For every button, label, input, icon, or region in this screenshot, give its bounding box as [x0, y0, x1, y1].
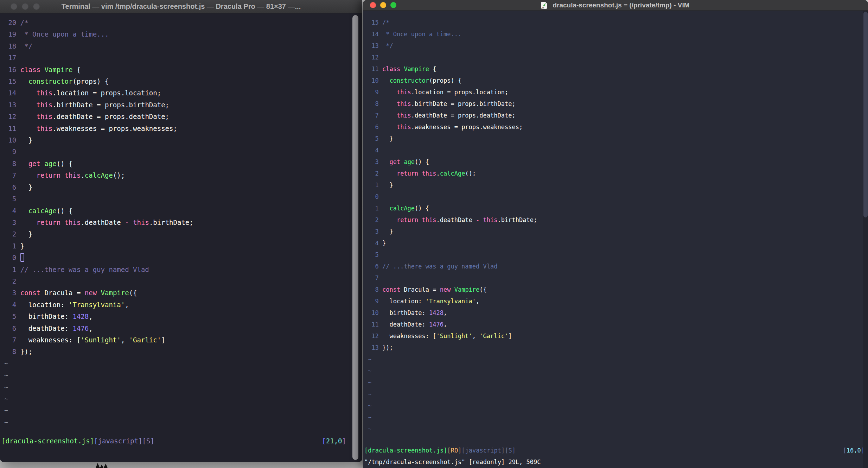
traffic-lights [11, 0, 40, 13]
code-token: , [121, 336, 129, 344]
code-token [129, 219, 133, 226]
code-token: age [404, 158, 415, 165]
line-number: 7 [368, 110, 379, 121]
line-number: 10 [4, 134, 16, 146]
code-token [382, 170, 397, 177]
code-token: this [65, 171, 81, 179]
code-line: 5 birthDate: 1428, [4, 311, 354, 322]
code-line: 2 return this.calcAge(); [368, 168, 860, 179]
tilde-line: ~ [4, 381, 354, 393]
code-token: constructor [28, 77, 73, 85]
code-token: ] [161, 336, 165, 344]
terminal-titlebar[interactable]: Terminal — vim /tmp/dracula-screenshot.j… [0, 0, 362, 13]
terminal-scrollbar[interactable] [352, 15, 358, 460]
code-token: [ [843, 447, 847, 454]
code-token: return [397, 216, 418, 223]
code-token: .deathDate [436, 216, 476, 223]
macvim-titlebar[interactable]: JS dracula-screenshot.js = (/private/tmp… [363, 0, 868, 11]
code-line: 12 weaknesses: ['Sunlight', 'Garlic'] [368, 330, 860, 342]
zoom-button[interactable] [33, 3, 40, 10]
code-line: 6 this.weaknesses = props.weaknesses; [368, 121, 860, 133]
code-line: 17 [4, 52, 354, 64]
macvim-scrollbar-track[interactable] [863, 11, 868, 468]
code-line: 19 * Once upon a time... [4, 29, 354, 40]
code-token [382, 112, 397, 119]
code-area[interactable]: 20/*19 * Once upon a time...18 */1716cla… [0, 13, 354, 428]
line-number: 17 [4, 52, 16, 64]
zoom-button[interactable] [390, 2, 396, 8]
code-line: 13 */ [368, 40, 860, 52]
code-token: } [382, 135, 393, 142]
code-token: 16,0 [847, 447, 861, 454]
code-token: } [20, 136, 32, 144]
code-token: , [89, 324, 92, 332]
code-token [20, 89, 37, 97]
code-token [382, 124, 397, 131]
code-line: 3 return this.deathDate - this.birthDate… [4, 217, 354, 228]
line-number: 2 [4, 228, 16, 240]
code-token: (); [113, 171, 125, 179]
code-line: 6// ...there was a guy named Vlad [368, 261, 860, 272]
vim-leaf [543, 3, 545, 6]
minimize-button[interactable] [22, 3, 28, 10]
code-token: birthDate: [20, 312, 73, 320]
line-number: 9 [368, 296, 379, 307]
line-number: 1 [4, 264, 16, 276]
line-number: 10 [368, 307, 379, 319]
code-token: this [37, 101, 53, 109]
code-line: 4 [368, 145, 860, 156]
code-line: 20/* [4, 17, 354, 29]
code-line: 16class Vampire { [4, 64, 354, 76]
code-token: [dracula-screenshot.js] [364, 447, 447, 454]
macvim-vim-content[interactable]: 15/*14 * Once upon a time...13 */1211cla… [363, 11, 868, 468]
code-token: }); [382, 344, 393, 351]
line-number: 3 [368, 156, 379, 168]
code-line: 5 } [368, 133, 860, 145]
code-token: 'Sunlight' [81, 336, 121, 344]
code-token: } [382, 228, 393, 235]
code-token: [RO] [447, 447, 461, 454]
line-number: 5 [368, 133, 379, 145]
code-token: this [422, 216, 436, 223]
code-line: 5 [4, 193, 354, 205]
vim-statusline: [dracula-screenshot.js][RO][javascript][… [364, 445, 864, 456]
line-number: 13 [368, 40, 379, 52]
code-token: calcAge [389, 205, 415, 212]
code-token: 1476 [72, 324, 89, 332]
code-line: 8}); [4, 346, 354, 358]
code-token: [dracula-screenshot.js] [1, 437, 94, 445]
code-token: new [440, 286, 451, 293]
code-line: 0 [368, 191, 860, 203]
code-area[interactable]: 15/*14 * Once upon a time...13 */1211cla… [363, 11, 860, 435]
code-line: 5 [368, 249, 860, 261]
code-token: Vampire [44, 66, 72, 74]
line-number: 10 [368, 75, 379, 87]
traffic-lights [370, 0, 396, 10]
close-button[interactable] [370, 2, 376, 8]
code-token: location: [382, 298, 426, 305]
code-token: Dracula = [40, 289, 85, 297]
line-number: 13 [368, 342, 379, 354]
code-token: 1428 [429, 309, 443, 316]
code-token: .birthDate; [498, 216, 537, 223]
code-token: , [125, 301, 129, 309]
code-line: 7 [368, 272, 860, 284]
code-line: 6 } [4, 182, 354, 193]
code-token: () { [57, 160, 73, 167]
vim-cursor [20, 253, 24, 262]
code-line: 7 weaknesses: ['Sunlight', 'Garlic'] [4, 334, 354, 346]
tilde-line: ~ [368, 423, 860, 435]
minimize-button[interactable] [380, 2, 386, 8]
code-line: 12 this.deathDate = props.deathDate; [4, 111, 354, 122]
macvim-scrollbar-thumb[interactable] [863, 12, 868, 217]
code-token: calcAge [440, 170, 465, 177]
code-token [20, 207, 28, 215]
code-line: 6 deathDate: 1476, [4, 323, 354, 334]
terminal-vim-content[interactable]: 20/*19 * Once upon a time...18 */1716cla… [0, 13, 362, 462]
line-number: 0 [4, 252, 16, 264]
code-token [40, 66, 44, 74]
js-label: JS [542, 7, 544, 9]
close-button[interactable] [11, 3, 17, 10]
code-token: this [397, 89, 411, 96]
tilde-line: ~ [368, 400, 860, 412]
